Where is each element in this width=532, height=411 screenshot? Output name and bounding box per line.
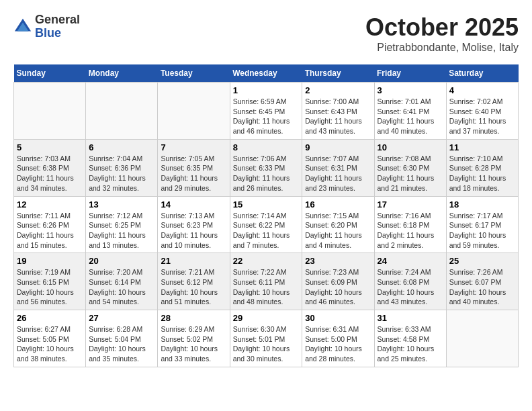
calendar-cell: 28 Sunrise: 6:29 AMSunset: 5:02 PMDaylig… xyxy=(158,310,230,367)
calendar-cell: 26 Sunrise: 6:27 AMSunset: 5:05 PMDaylig… xyxy=(14,310,86,367)
day-info: Sunrise: 6:30 AMSunset: 5:01 PMDaylight:… xyxy=(233,325,290,363)
calendar-cell: 10 Sunrise: 7:08 AMSunset: 6:30 PMDaylig… xyxy=(374,139,446,196)
day-number: 3 xyxy=(378,85,443,95)
day-number: 23 xyxy=(305,256,371,266)
day-number: 16 xyxy=(305,199,371,210)
calendar-cell: 27 Sunrise: 6:28 AMSunset: 5:04 PMDaylig… xyxy=(86,310,158,367)
calendar-cell: 22 Sunrise: 7:22 AMSunset: 6:11 PMDaylig… xyxy=(230,253,302,310)
day-info: Sunrise: 7:04 AMSunset: 6:36 PMDaylight:… xyxy=(89,154,146,192)
calendar-cell: 2 Sunrise: 7:00 AMSunset: 6:43 PMDayligh… xyxy=(302,83,374,140)
day-info: Sunrise: 7:23 AMSunset: 6:09 PMDaylight:… xyxy=(305,268,362,306)
day-number: 25 xyxy=(449,256,515,266)
calendar-cell: 23 Sunrise: 7:23 AMSunset: 6:09 PMDaylig… xyxy=(302,253,374,310)
day-number: 28 xyxy=(161,313,226,323)
weekday-header: Monday xyxy=(86,64,158,83)
day-info: Sunrise: 6:29 AMSunset: 5:02 PMDaylight:… xyxy=(161,325,218,363)
calendar-cell: 9 Sunrise: 7:07 AMSunset: 6:31 PMDayligh… xyxy=(302,139,374,196)
day-number: 17 xyxy=(378,199,443,210)
calendar-cell: 6 Sunrise: 7:04 AMSunset: 6:36 PMDayligh… xyxy=(86,139,158,196)
calendar-cell: 30 Sunrise: 6:31 AMSunset: 5:00 PMDaylig… xyxy=(302,310,374,367)
calendar-cell: 15 Sunrise: 7:14 AMSunset: 6:22 PMDaylig… xyxy=(230,196,302,253)
day-info: Sunrise: 6:27 AMSunset: 5:05 PMDaylight:… xyxy=(17,325,74,363)
calendar-cell: 5 Sunrise: 7:03 AMSunset: 6:38 PMDayligh… xyxy=(14,139,86,196)
day-number: 31 xyxy=(378,313,443,323)
day-info: Sunrise: 7:00 AMSunset: 6:43 PMDaylight:… xyxy=(305,97,362,135)
day-info: Sunrise: 7:06 AMSunset: 6:33 PMDaylight:… xyxy=(233,154,290,192)
weekday-header: Wednesday xyxy=(230,64,302,83)
day-info: Sunrise: 7:14 AMSunset: 6:22 PMDaylight:… xyxy=(233,212,290,249)
day-info: Sunrise: 7:02 AMSunset: 6:40 PMDaylight:… xyxy=(449,97,506,135)
calendar-cell: 17 Sunrise: 7:16 AMSunset: 6:18 PMDaylig… xyxy=(374,196,446,253)
weekday-header: Saturday xyxy=(446,64,518,83)
calendar-cell: 11 Sunrise: 7:10 AMSunset: 6:28 PMDaylig… xyxy=(446,139,518,196)
weekday-header: Friday xyxy=(374,64,446,83)
day-info: Sunrise: 7:10 AMSunset: 6:28 PMDaylight:… xyxy=(449,154,506,192)
calendar-week-row: 1 Sunrise: 6:59 AMSunset: 6:45 PMDayligh… xyxy=(14,83,519,140)
logo-general: General xyxy=(35,13,80,27)
day-info: Sunrise: 7:26 AMSunset: 6:07 PMDaylight:… xyxy=(449,268,506,306)
logo-icon xyxy=(13,17,32,36)
weekday-header: Thursday xyxy=(302,64,374,83)
day-info: Sunrise: 7:12 AMSunset: 6:25 PMDaylight:… xyxy=(89,212,146,249)
calendar-cell: 1 Sunrise: 6:59 AMSunset: 6:45 PMDayligh… xyxy=(230,83,302,140)
day-info: Sunrise: 7:15 AMSunset: 6:20 PMDaylight:… xyxy=(305,212,362,249)
calendar-cell: 12 Sunrise: 7:11 AMSunset: 6:26 PMDaylig… xyxy=(14,196,86,253)
logo: General Blue xyxy=(13,13,80,40)
day-number: 29 xyxy=(233,313,300,323)
weekday-header: Sunday xyxy=(14,64,86,83)
day-number: 2 xyxy=(305,85,371,95)
day-number: 22 xyxy=(233,256,300,266)
day-info: Sunrise: 7:17 AMSunset: 6:17 PMDaylight:… xyxy=(449,212,506,249)
day-number: 12 xyxy=(17,199,83,210)
calendar-week-row: 26 Sunrise: 6:27 AMSunset: 5:05 PMDaylig… xyxy=(14,310,519,367)
day-info: Sunrise: 7:08 AMSunset: 6:30 PMDaylight:… xyxy=(378,154,435,192)
calendar-cell: 19 Sunrise: 7:19 AMSunset: 6:15 PMDaylig… xyxy=(14,253,86,310)
day-info: Sunrise: 7:07 AMSunset: 6:31 PMDaylight:… xyxy=(305,154,362,192)
day-info: Sunrise: 7:21 AMSunset: 6:12 PMDaylight:… xyxy=(161,268,218,306)
day-info: Sunrise: 7:03 AMSunset: 6:38 PMDaylight:… xyxy=(17,154,74,192)
day-info: Sunrise: 7:22 AMSunset: 6:11 PMDaylight:… xyxy=(233,268,290,306)
day-info: Sunrise: 6:59 AMSunset: 6:45 PMDaylight:… xyxy=(233,97,290,135)
day-info: Sunrise: 6:31 AMSunset: 5:00 PMDaylight:… xyxy=(305,325,362,363)
day-number: 20 xyxy=(89,256,154,266)
calendar-table: SundayMondayTuesdayWednesdayThursdayFrid… xyxy=(13,64,519,367)
day-number: 10 xyxy=(378,142,443,152)
month-title: October 2025 xyxy=(365,13,519,42)
day-number: 8 xyxy=(233,142,300,152)
day-info: Sunrise: 7:13 AMSunset: 6:23 PMDaylight:… xyxy=(161,212,218,249)
day-info: Sunrise: 7:19 AMSunset: 6:15 PMDaylight:… xyxy=(17,268,74,306)
calendar-cell: 31 Sunrise: 6:33 AMSunset: 4:58 PMDaylig… xyxy=(374,310,446,367)
day-number: 15 xyxy=(233,199,300,210)
day-number: 11 xyxy=(449,142,515,152)
day-info: Sunrise: 7:01 AMSunset: 6:41 PMDaylight:… xyxy=(378,97,435,135)
day-number: 5 xyxy=(17,142,83,152)
day-number: 4 xyxy=(449,85,515,95)
logo-text: General Blue xyxy=(35,13,80,40)
day-info: Sunrise: 7:05 AMSunset: 6:35 PMDaylight:… xyxy=(161,154,218,192)
calendar-week-row: 19 Sunrise: 7:19 AMSunset: 6:15 PMDaylig… xyxy=(14,253,519,310)
calendar-cell: 8 Sunrise: 7:06 AMSunset: 6:33 PMDayligh… xyxy=(230,139,302,196)
day-number: 18 xyxy=(449,199,515,210)
calendar-cell: 16 Sunrise: 7:15 AMSunset: 6:20 PMDaylig… xyxy=(302,196,374,253)
weekday-header-row: SundayMondayTuesdayWednesdayThursdayFrid… xyxy=(14,64,519,83)
day-number: 9 xyxy=(305,142,371,152)
calendar-cell: 3 Sunrise: 7:01 AMSunset: 6:41 PMDayligh… xyxy=(374,83,446,140)
calendar-cell: 21 Sunrise: 7:21 AMSunset: 6:12 PMDaylig… xyxy=(158,253,230,310)
day-number: 30 xyxy=(305,313,371,323)
day-number: 21 xyxy=(161,256,226,266)
calendar-week-row: 5 Sunrise: 7:03 AMSunset: 6:38 PMDayligh… xyxy=(14,139,519,196)
logo-blue: Blue xyxy=(35,27,80,40)
day-number: 19 xyxy=(17,256,83,266)
calendar-cell: 20 Sunrise: 7:20 AMSunset: 6:14 PMDaylig… xyxy=(86,253,158,310)
day-number: 27 xyxy=(89,313,154,323)
day-number: 1 xyxy=(233,85,300,95)
page-header: General Blue October 2025 Pietrabbondant… xyxy=(13,13,519,54)
calendar-cell xyxy=(158,83,230,140)
calendar-cell xyxy=(86,83,158,140)
weekday-header: Tuesday xyxy=(158,64,230,83)
day-info: Sunrise: 7:16 AMSunset: 6:18 PMDaylight:… xyxy=(378,212,435,249)
day-number: 6 xyxy=(89,142,154,152)
calendar-week-row: 12 Sunrise: 7:11 AMSunset: 6:26 PMDaylig… xyxy=(14,196,519,253)
calendar-cell: 13 Sunrise: 7:12 AMSunset: 6:25 PMDaylig… xyxy=(86,196,158,253)
calendar-cell xyxy=(14,83,86,140)
